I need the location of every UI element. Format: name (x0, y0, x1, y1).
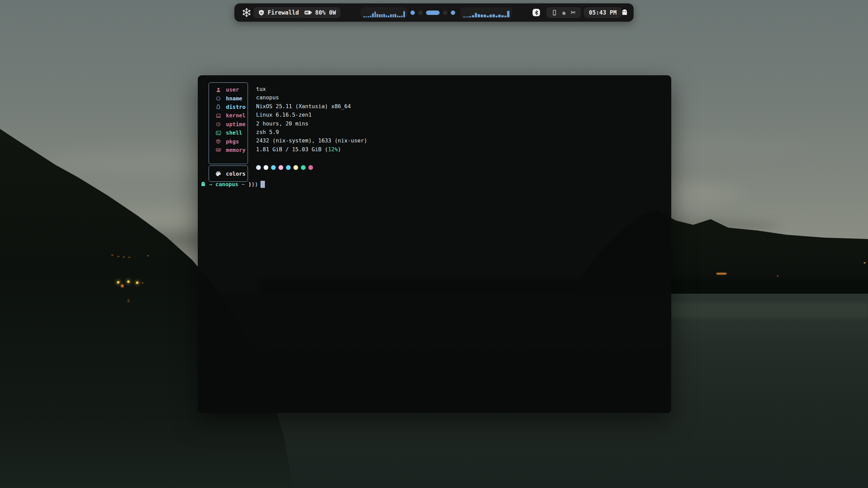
clock[interactable]: 05:43 PM (584, 7, 622, 18)
scissors-icon[interactable]: ✂ (571, 9, 576, 16)
graph-bar (504, 16, 507, 17)
fetch-value-distro: NixOS 25.11 (Xantusia) x86_64 (256, 102, 367, 111)
fetch-label: uptime (226, 121, 246, 128)
fetch-row-kernel: kernel (209, 111, 248, 120)
light-reflection (128, 299, 130, 302)
palette-dot (278, 165, 283, 170)
resource-graph-left[interactable] (361, 7, 408, 18)
graph-bar (481, 15, 483, 17)
graph-bar (403, 11, 405, 17)
fetch-colors-box: colors (209, 165, 248, 182)
graph-bar (390, 14, 392, 17)
fetch-label: hname (226, 95, 242, 102)
system-tray: ✂ (546, 7, 581, 18)
fetch-label: colors (226, 171, 246, 177)
palette-dot (301, 165, 306, 170)
fetch-row-shell: shell (209, 129, 248, 137)
graph-bar (498, 15, 501, 17)
graph-bar (401, 16, 403, 17)
battery-label: 80% 0W (315, 9, 336, 16)
fetch-label: memory (226, 147, 246, 153)
graph-bar (487, 16, 489, 17)
workspace-indicator-occupied[interactable] (451, 11, 455, 15)
fetch-value-user: tux (256, 85, 367, 93)
fetch-output: user hname distro (209, 82, 367, 182)
prompt-chevron: ) (251, 181, 255, 188)
bluetooth-icon[interactable] (533, 9, 540, 16)
fire-icon[interactable] (561, 9, 567, 16)
graph-bar (501, 15, 504, 17)
graph-bar (377, 14, 378, 17)
graph-bar (370, 16, 372, 17)
ghost-icon (200, 181, 206, 187)
graph-bar (372, 13, 374, 17)
graph-bar (478, 14, 480, 17)
graph-bar (363, 16, 365, 17)
fetch-value-hname: canopus (256, 93, 367, 102)
graph-bar (379, 14, 381, 17)
workspace-indicator-active[interactable] (426, 11, 440, 15)
city-light (777, 275, 779, 277)
graph-bar (475, 13, 477, 17)
package-icon (215, 139, 221, 144)
graph-bar (463, 17, 465, 17)
city-light (141, 282, 143, 284)
palette-icon (215, 171, 221, 177)
fetch-labels-box: user hname distro (209, 82, 248, 164)
fetch-label: shell (226, 130, 242, 136)
city-light (136, 281, 138, 284)
graph-bar (397, 16, 399, 17)
palette-dot (271, 165, 276, 170)
graph-bar (496, 16, 498, 17)
graph-bar (466, 17, 468, 17)
status-bar: Firewalld 80% 0W (234, 3, 634, 22)
terminal-icon (215, 130, 221, 136)
nixos-snowflake-icon[interactable] (241, 7, 252, 18)
clock-icon (215, 121, 221, 127)
city-light (127, 280, 130, 283)
resource-graph-right[interactable] (460, 7, 512, 18)
graph-bar (507, 11, 509, 17)
city-light (117, 256, 119, 257)
workspace-indicator-empty[interactable] (418, 11, 423, 15)
graph-bar (472, 15, 474, 17)
city-light (716, 273, 727, 275)
graph-bar (484, 15, 486, 17)
firewall-indicator[interactable]: Firewalld (253, 7, 304, 18)
fetch-row-uptime: uptime (209, 120, 248, 129)
graph-bar (489, 15, 492, 17)
prompt-chevron: ) (248, 181, 252, 188)
city-light (864, 262, 866, 263)
palette-dot (256, 165, 261, 170)
graph-bar (388, 16, 389, 17)
battery-indicator[interactable]: 80% 0W (300, 7, 341, 18)
palette-dot (264, 165, 268, 170)
penguin-icon (215, 104, 221, 110)
city-light (123, 256, 125, 258)
palette-dots (256, 165, 367, 170)
phone-icon[interactable] (552, 10, 557, 16)
fetch-label: pkgs (226, 138, 239, 145)
graph-bar (383, 14, 385, 17)
workspace-indicator-occupied[interactable] (410, 11, 415, 15)
palette-dot (286, 165, 291, 170)
fetch-value-uptime: 2 hours, 20 mins (256, 119, 367, 128)
graph-bar (366, 16, 367, 17)
battery-icon (304, 10, 312, 15)
shield-wifi-icon (258, 9, 265, 16)
text-cursor[interactable] (261, 181, 265, 188)
fetch-row-distro: distro (209, 103, 248, 111)
terminal-window[interactable]: user hname distro (198, 75, 671, 413)
city-light (121, 284, 124, 288)
city-light (147, 255, 149, 256)
memory-icon (215, 147, 221, 153)
city-light (111, 254, 113, 256)
fetch-value-kernel: Linux 6.16.5-zen1 (256, 111, 367, 119)
graph-bar (399, 16, 401, 17)
workspace-indicator-empty[interactable] (443, 11, 447, 15)
graph-bar (394, 14, 396, 17)
palette-dot (293, 165, 298, 170)
fetch-label: kernel (226, 112, 246, 119)
shell-prompt[interactable]: → canopus ~ ) ) ) (200, 180, 265, 189)
ghost-icon[interactable] (621, 9, 628, 16)
